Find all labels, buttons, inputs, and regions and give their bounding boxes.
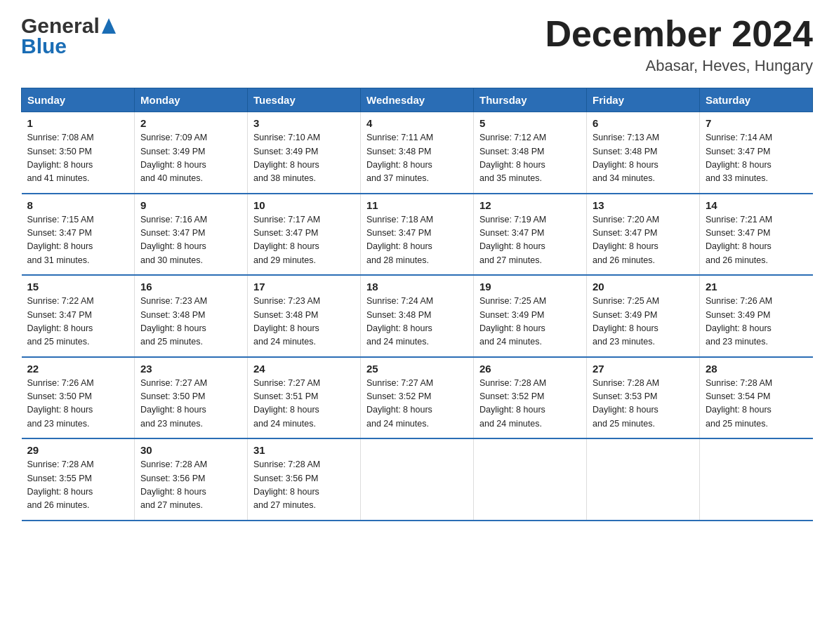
day-number: 18 xyxy=(366,281,468,293)
day-cell: 16 Sunrise: 7:23 AM Sunset: 3:48 PM Dayl… xyxy=(135,275,248,357)
day-number: 10 xyxy=(253,199,355,211)
day-number: 3 xyxy=(253,117,355,129)
day-number: 22 xyxy=(27,363,129,375)
day-info: Sunrise: 7:12 AM Sunset: 3:48 PM Dayligh… xyxy=(479,131,581,186)
day-cell: 11 Sunrise: 7:18 AM Sunset: 3:47 PM Dayl… xyxy=(361,194,474,276)
day-number: 27 xyxy=(593,363,694,375)
day-info: Sunrise: 7:17 AM Sunset: 3:47 PM Dayligh… xyxy=(253,213,355,268)
week-row-2: 8 Sunrise: 7:15 AM Sunset: 3:47 PM Dayli… xyxy=(22,194,813,276)
day-info: Sunrise: 7:28 AM Sunset: 3:53 PM Dayligh… xyxy=(593,377,694,431)
logo-triangle-icon xyxy=(102,18,116,34)
day-info: Sunrise: 7:28 AM Sunset: 3:56 PM Dayligh… xyxy=(253,458,355,513)
day-cell: 6 Sunrise: 7:13 AM Sunset: 3:48 PM Dayli… xyxy=(587,112,700,194)
col-header-wednesday: Wednesday xyxy=(361,88,474,112)
day-info: Sunrise: 7:22 AM Sunset: 3:47 PM Dayligh… xyxy=(27,295,129,349)
logo-blue: Blue xyxy=(21,34,116,58)
day-number: 13 xyxy=(593,199,694,211)
day-info: Sunrise: 7:21 AM Sunset: 3:47 PM Dayligh… xyxy=(706,213,807,268)
day-number: 12 xyxy=(479,199,581,211)
day-info: Sunrise: 7:18 AM Sunset: 3:47 PM Dayligh… xyxy=(366,213,468,268)
day-number: 25 xyxy=(366,363,468,375)
day-info: Sunrise: 7:23 AM Sunset: 3:48 PM Dayligh… xyxy=(253,295,355,349)
day-cell: 26 Sunrise: 7:28 AM Sunset: 3:52 PM Dayl… xyxy=(474,357,587,439)
day-cell: 1 Sunrise: 7:08 AM Sunset: 3:50 PM Dayli… xyxy=(22,112,135,194)
day-cell: 4 Sunrise: 7:11 AM Sunset: 3:48 PM Dayli… xyxy=(361,112,474,194)
day-number: 6 xyxy=(593,117,694,129)
day-cell xyxy=(587,438,700,521)
day-info: Sunrise: 7:23 AM Sunset: 3:48 PM Dayligh… xyxy=(140,295,241,349)
day-cell: 25 Sunrise: 7:27 AM Sunset: 3:52 PM Dayl… xyxy=(361,357,474,439)
day-number: 21 xyxy=(706,281,807,293)
day-info: Sunrise: 7:26 AM Sunset: 3:49 PM Dayligh… xyxy=(706,295,807,349)
day-cell xyxy=(474,438,587,521)
month-title: December 2024 xyxy=(545,14,813,54)
day-number: 2 xyxy=(140,117,241,129)
day-info: Sunrise: 7:19 AM Sunset: 3:47 PM Dayligh… xyxy=(479,213,581,268)
col-header-thursday: Thursday xyxy=(474,88,587,112)
day-cell xyxy=(361,438,474,521)
day-info: Sunrise: 7:15 AM Sunset: 3:47 PM Dayligh… xyxy=(27,213,129,268)
day-number: 9 xyxy=(140,199,241,211)
day-cell: 28 Sunrise: 7:28 AM Sunset: 3:54 PM Dayl… xyxy=(700,357,813,439)
day-number: 24 xyxy=(253,363,355,375)
day-info: Sunrise: 7:13 AM Sunset: 3:48 PM Dayligh… xyxy=(593,131,694,186)
day-cell: 2 Sunrise: 7:09 AM Sunset: 3:49 PM Dayli… xyxy=(135,112,248,194)
day-number: 8 xyxy=(27,199,129,211)
day-cell: 18 Sunrise: 7:24 AM Sunset: 3:48 PM Dayl… xyxy=(361,275,474,357)
day-cell: 7 Sunrise: 7:14 AM Sunset: 3:47 PM Dayli… xyxy=(700,112,813,194)
day-cell: 12 Sunrise: 7:19 AM Sunset: 3:47 PM Dayl… xyxy=(474,194,587,276)
day-info: Sunrise: 7:08 AM Sunset: 3:50 PM Dayligh… xyxy=(27,131,129,186)
day-number: 31 xyxy=(253,444,355,456)
svg-marker-0 xyxy=(102,18,116,34)
day-cell: 17 Sunrise: 7:23 AM Sunset: 3:48 PM Dayl… xyxy=(248,275,361,357)
day-info: Sunrise: 7:28 AM Sunset: 3:55 PM Dayligh… xyxy=(27,458,129,513)
day-info: Sunrise: 7:26 AM Sunset: 3:50 PM Dayligh… xyxy=(27,377,129,431)
day-info: Sunrise: 7:28 AM Sunset: 3:56 PM Dayligh… xyxy=(140,458,241,513)
day-number: 29 xyxy=(27,444,129,456)
day-number: 7 xyxy=(706,117,807,129)
day-cell: 15 Sunrise: 7:22 AM Sunset: 3:47 PM Dayl… xyxy=(22,275,135,357)
day-cell: 31 Sunrise: 7:28 AM Sunset: 3:56 PM Dayl… xyxy=(248,438,361,521)
day-number: 17 xyxy=(253,281,355,293)
day-number: 16 xyxy=(140,281,241,293)
week-row-5: 29 Sunrise: 7:28 AM Sunset: 3:55 PM Dayl… xyxy=(22,438,813,521)
day-number: 1 xyxy=(27,117,129,129)
col-header-tuesday: Tuesday xyxy=(248,88,361,112)
day-info: Sunrise: 7:27 AM Sunset: 3:51 PM Dayligh… xyxy=(253,377,355,431)
day-cell: 22 Sunrise: 7:26 AM Sunset: 3:50 PM Dayl… xyxy=(22,357,135,439)
day-info: Sunrise: 7:27 AM Sunset: 3:50 PM Dayligh… xyxy=(140,377,241,431)
day-info: Sunrise: 7:25 AM Sunset: 3:49 PM Dayligh… xyxy=(593,295,694,349)
day-number: 5 xyxy=(479,117,581,129)
day-cell: 23 Sunrise: 7:27 AM Sunset: 3:50 PM Dayl… xyxy=(135,357,248,439)
day-info: Sunrise: 7:14 AM Sunset: 3:47 PM Dayligh… xyxy=(706,131,807,186)
day-info: Sunrise: 7:09 AM Sunset: 3:49 PM Dayligh… xyxy=(140,131,241,186)
day-info: Sunrise: 7:11 AM Sunset: 3:48 PM Dayligh… xyxy=(366,131,468,186)
title-section: December 2024 Abasar, Heves, Hungary xyxy=(545,14,813,75)
day-cell: 9 Sunrise: 7:16 AM Sunset: 3:47 PM Dayli… xyxy=(135,194,248,276)
col-header-monday: Monday xyxy=(135,88,248,112)
day-info: Sunrise: 7:25 AM Sunset: 3:49 PM Dayligh… xyxy=(479,295,581,349)
week-row-1: 1 Sunrise: 7:08 AM Sunset: 3:50 PM Dayli… xyxy=(22,112,813,194)
day-number: 14 xyxy=(706,199,807,211)
day-cell: 5 Sunrise: 7:12 AM Sunset: 3:48 PM Dayli… xyxy=(474,112,587,194)
col-header-saturday: Saturday xyxy=(700,88,813,112)
day-number: 23 xyxy=(140,363,241,375)
day-cell xyxy=(700,438,813,521)
day-cell: 19 Sunrise: 7:25 AM Sunset: 3:49 PM Dayl… xyxy=(474,275,587,357)
calendar-table: SundayMondayTuesdayWednesdayThursdayFrid… xyxy=(21,88,813,521)
location-title: Abasar, Heves, Hungary xyxy=(545,57,813,75)
day-number: 11 xyxy=(366,199,468,211)
day-number: 15 xyxy=(27,281,129,293)
day-info: Sunrise: 7:28 AM Sunset: 3:54 PM Dayligh… xyxy=(706,377,807,431)
day-cell: 21 Sunrise: 7:26 AM Sunset: 3:49 PM Dayl… xyxy=(700,275,813,357)
day-cell: 29 Sunrise: 7:28 AM Sunset: 3:55 PM Dayl… xyxy=(22,438,135,521)
day-cell: 27 Sunrise: 7:28 AM Sunset: 3:53 PM Dayl… xyxy=(587,357,700,439)
day-number: 20 xyxy=(593,281,694,293)
day-info: Sunrise: 7:16 AM Sunset: 3:47 PM Dayligh… xyxy=(140,213,241,268)
day-number: 4 xyxy=(366,117,468,129)
day-cell: 14 Sunrise: 7:21 AM Sunset: 3:47 PM Dayl… xyxy=(700,194,813,276)
logo: General Blue xyxy=(21,14,116,58)
column-headers: SundayMondayTuesdayWednesdayThursdayFrid… xyxy=(22,88,813,112)
day-info: Sunrise: 7:20 AM Sunset: 3:47 PM Dayligh… xyxy=(593,213,694,268)
day-info: Sunrise: 7:27 AM Sunset: 3:52 PM Dayligh… xyxy=(366,377,468,431)
